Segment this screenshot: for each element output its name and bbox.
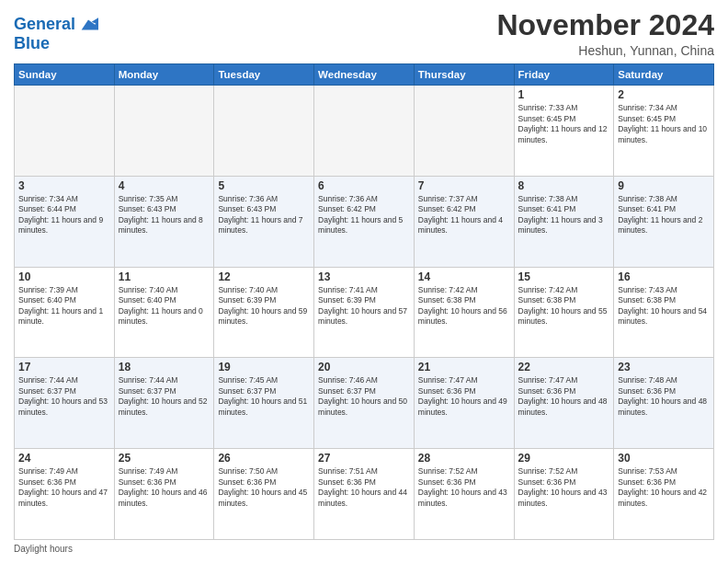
day-info: Sunrise: 7:36 AM Sunset: 6:43 PM Dayligh… [218, 194, 310, 236]
day-info: Sunrise: 7:48 AM Sunset: 6:36 PM Dayligh… [618, 375, 710, 418]
calendar-week-4: 17Sunrise: 7:44 AM Sunset: 6:37 PM Dayli… [15, 358, 714, 449]
calendar-cell: 11Sunrise: 7:40 AM Sunset: 6:40 PM Dayli… [114, 267, 214, 358]
day-info: Sunrise: 7:44 AM Sunset: 6:37 PM Dayligh… [18, 375, 110, 418]
logo-line1: General [14, 16, 75, 34]
day-info: Sunrise: 7:34 AM Sunset: 6:44 PM Dayligh… [18, 194, 110, 236]
calendar-cell: 13Sunrise: 7:41 AM Sunset: 6:39 PM Dayli… [314, 267, 415, 358]
calendar-cell [314, 86, 415, 177]
col-header-wednesday: Wednesday [314, 64, 415, 86]
day-number: 2 [618, 88, 710, 101]
day-number: 13 [318, 270, 410, 283]
day-info: Sunrise: 7:46 AM Sunset: 6:37 PM Dayligh… [318, 375, 410, 418]
calendar-cell: 26Sunrise: 7:50 AM Sunset: 6:36 PM Dayli… [214, 449, 314, 540]
calendar-cell: 10Sunrise: 7:39 AM Sunset: 6:40 PM Dayli… [15, 267, 115, 358]
calendar-cell: 27Sunrise: 7:51 AM Sunset: 6:36 PM Dayli… [314, 449, 415, 540]
day-info: Sunrise: 7:47 AM Sunset: 6:36 PM Dayligh… [418, 375, 510, 418]
day-info: Sunrise: 7:44 AM Sunset: 6:37 PM Dayligh… [119, 375, 210, 418]
day-info: Sunrise: 7:47 AM Sunset: 6:36 PM Dayligh… [518, 375, 610, 418]
col-header-saturday: Saturday [614, 64, 714, 86]
calendar-week-2: 3Sunrise: 7:34 AM Sunset: 6:44 PM Daylig… [15, 176, 714, 267]
month-title: November 2024 [496, 9, 714, 41]
day-number: 10 [18, 270, 110, 283]
day-info: Sunrise: 7:52 AM Sunset: 6:36 PM Dayligh… [518, 466, 610, 509]
calendar-header-row: SundayMondayTuesdayWednesdayThursdayFrid… [15, 64, 714, 86]
logo-icon [78, 15, 98, 35]
day-number: 14 [418, 270, 510, 283]
calendar-cell: 14Sunrise: 7:42 AM Sunset: 6:38 PM Dayli… [414, 267, 514, 358]
footer-note: Daylight hours [14, 544, 714, 554]
day-info: Sunrise: 7:51 AM Sunset: 6:36 PM Dayligh… [318, 466, 410, 509]
day-info: Sunrise: 7:35 AM Sunset: 6:43 PM Dayligh… [119, 194, 210, 236]
calendar-cell: 30Sunrise: 7:53 AM Sunset: 6:36 PM Dayli… [614, 449, 714, 540]
calendar-week-5: 24Sunrise: 7:49 AM Sunset: 6:36 PM Dayli… [15, 449, 714, 540]
calendar-cell: 8Sunrise: 7:38 AM Sunset: 6:41 PM Daylig… [514, 176, 614, 267]
day-info: Sunrise: 7:39 AM Sunset: 6:40 PM Dayligh… [18, 285, 110, 327]
calendar-table: SundayMondayTuesdayWednesdayThursdayFrid… [14, 63, 714, 540]
day-number: 26 [218, 452, 310, 465]
day-number: 1 [518, 88, 610, 101]
day-number: 11 [119, 270, 210, 283]
col-header-sunday: Sunday [15, 64, 115, 86]
day-info: Sunrise: 7:49 AM Sunset: 6:36 PM Dayligh… [119, 466, 210, 509]
calendar-cell: 29Sunrise: 7:52 AM Sunset: 6:36 PM Dayli… [514, 449, 614, 540]
day-info: Sunrise: 7:38 AM Sunset: 6:41 PM Dayligh… [618, 194, 710, 236]
calendar-cell [214, 86, 314, 177]
calendar-cell [414, 86, 514, 177]
calendar-cell [15, 86, 115, 177]
day-number: 21 [418, 361, 510, 373]
calendar-cell: 2Sunrise: 7:34 AM Sunset: 6:45 PM Daylig… [614, 86, 714, 177]
calendar-cell: 4Sunrise: 7:35 AM Sunset: 6:43 PM Daylig… [114, 176, 214, 267]
calendar-cell: 28Sunrise: 7:52 AM Sunset: 6:36 PM Dayli… [414, 449, 514, 540]
calendar-week-1: 1Sunrise: 7:33 AM Sunset: 6:45 PM Daylig… [15, 86, 714, 177]
day-number: 25 [119, 452, 210, 465]
day-info: Sunrise: 7:40 AM Sunset: 6:40 PM Dayligh… [119, 285, 210, 327]
calendar-cell: 23Sunrise: 7:48 AM Sunset: 6:36 PM Dayli… [614, 358, 714, 449]
day-info: Sunrise: 7:49 AM Sunset: 6:36 PM Dayligh… [18, 466, 110, 509]
day-number: 28 [418, 452, 510, 465]
calendar-cell: 16Sunrise: 7:43 AM Sunset: 6:38 PM Dayli… [614, 267, 714, 358]
calendar-cell: 25Sunrise: 7:49 AM Sunset: 6:36 PM Dayli… [114, 449, 214, 540]
day-info: Sunrise: 7:38 AM Sunset: 6:41 PM Dayligh… [518, 194, 610, 236]
calendar-cell: 15Sunrise: 7:42 AM Sunset: 6:38 PM Dayli… [514, 267, 614, 358]
col-header-thursday: Thursday [414, 64, 514, 86]
calendar-cell: 5Sunrise: 7:36 AM Sunset: 6:43 PM Daylig… [214, 176, 314, 267]
day-info: Sunrise: 7:53 AM Sunset: 6:36 PM Dayligh… [618, 466, 710, 509]
day-number: 29 [518, 452, 610, 465]
day-number: 20 [318, 361, 410, 373]
logo: General Blue [14, 15, 98, 53]
day-info: Sunrise: 7:52 AM Sunset: 6:36 PM Dayligh… [418, 466, 510, 509]
calendar-cell: 6Sunrise: 7:36 AM Sunset: 6:42 PM Daylig… [314, 176, 415, 267]
day-info: Sunrise: 7:41 AM Sunset: 6:39 PM Dayligh… [318, 285, 410, 327]
day-number: 18 [119, 361, 210, 373]
calendar-cell: 17Sunrise: 7:44 AM Sunset: 6:37 PM Dayli… [15, 358, 115, 449]
calendar-cell: 22Sunrise: 7:47 AM Sunset: 6:36 PM Dayli… [514, 358, 614, 449]
title-block: November 2024 Heshun, Yunnan, China [496, 9, 714, 58]
day-number: 30 [618, 452, 710, 465]
calendar-cell: 3Sunrise: 7:34 AM Sunset: 6:44 PM Daylig… [15, 176, 115, 267]
logo-line2: Blue [14, 35, 98, 53]
calendar-cell: 18Sunrise: 7:44 AM Sunset: 6:37 PM Dayli… [114, 358, 214, 449]
day-number: 7 [418, 179, 510, 192]
day-number: 17 [18, 361, 110, 373]
col-header-friday: Friday [514, 64, 614, 86]
day-info: Sunrise: 7:33 AM Sunset: 6:45 PM Dayligh… [518, 103, 610, 145]
day-number: 4 [119, 179, 210, 192]
calendar-cell: 20Sunrise: 7:46 AM Sunset: 6:37 PM Dayli… [314, 358, 415, 449]
calendar-cell: 24Sunrise: 7:49 AM Sunset: 6:36 PM Dayli… [15, 449, 115, 540]
day-number: 5 [218, 179, 310, 192]
day-info: Sunrise: 7:36 AM Sunset: 6:42 PM Dayligh… [318, 194, 410, 236]
day-number: 23 [618, 361, 710, 373]
day-info: Sunrise: 7:34 AM Sunset: 6:45 PM Dayligh… [618, 103, 710, 145]
col-header-monday: Monday [114, 64, 214, 86]
day-number: 12 [218, 270, 310, 283]
calendar-week-3: 10Sunrise: 7:39 AM Sunset: 6:40 PM Dayli… [15, 267, 714, 358]
calendar-cell: 21Sunrise: 7:47 AM Sunset: 6:36 PM Dayli… [414, 358, 514, 449]
day-number: 27 [318, 452, 410, 465]
day-number: 6 [318, 179, 410, 192]
day-info: Sunrise: 7:42 AM Sunset: 6:38 PM Dayligh… [418, 285, 510, 327]
day-number: 15 [518, 270, 610, 283]
day-number: 8 [518, 179, 610, 192]
day-number: 3 [18, 179, 110, 192]
calendar-cell: 9Sunrise: 7:38 AM Sunset: 6:41 PM Daylig… [614, 176, 714, 267]
page: General Blue November 2024 Heshun, Yunna… [0, 0, 728, 563]
